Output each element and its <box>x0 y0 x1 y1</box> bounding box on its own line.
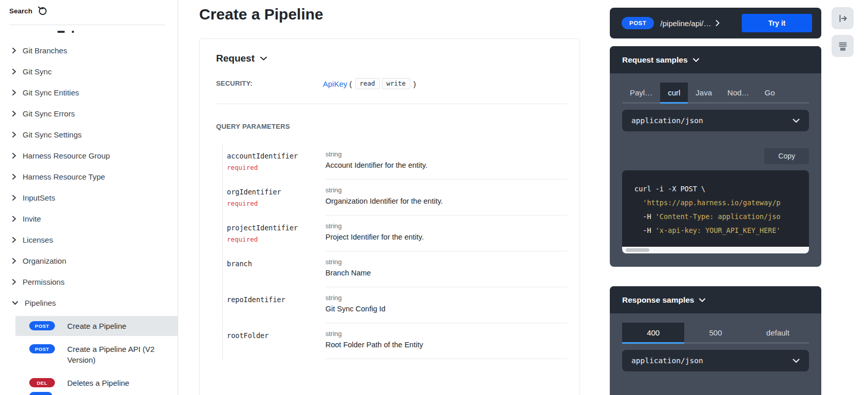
scrollbar-thumb[interactable] <box>626 248 649 252</box>
tab-default[interactable]: default <box>747 323 809 344</box>
sidebar-group-git-branches[interactable]: Git Branches <box>0 40 178 61</box>
parameter-type: string <box>325 330 567 338</box>
parameter-description: Project Identifier for the entity. <box>325 233 567 241</box>
sidebar-group-git-sync-entities[interactable]: Git Sync Entities <box>0 82 178 103</box>
sidebar-group-harness-resource-group[interactable]: Harness Resource Group <box>0 145 178 166</box>
parameter-detail-cell: stringRoot Folder Path of the Entity <box>325 323 567 359</box>
endpoint-bar[interactable]: POST /pipeline/api/… Try it <box>610 8 821 38</box>
sidebar-group-pipelines[interactable]: Pipelines <box>0 292 178 313</box>
operation-label: Deletes a Pipeline <box>67 378 129 388</box>
sidebar-group-permissions[interactable]: Permissions <box>0 271 178 292</box>
chevron-right-icon <box>12 48 16 53</box>
sidebar-group-git-sync[interactable]: Git Sync <box>0 61 178 82</box>
chevron-down-icon <box>693 58 699 62</box>
parameter-row-branch: branchstringBranch Name <box>223 251 567 287</box>
paren-close: ) <box>413 80 416 88</box>
parameter-name-cell: branch <box>223 251 325 287</box>
chevron-right-icon <box>12 195 16 201</box>
sidebar-group-licenses[interactable]: Licenses <box>0 229 178 250</box>
operation-label: Create a Pipeline API (V2 Version) <box>67 344 170 365</box>
operation-label: Create a Pipeline <box>67 321 126 331</box>
chevron-right-icon <box>12 69 16 74</box>
response-samples-header[interactable]: Response samples <box>610 286 821 313</box>
sidebar-search[interactable]: Search <box>9 6 48 16</box>
sidebar: Search Git BranchesGit SyncGit Sync Enti… <box>0 0 178 395</box>
content-type-value: application/json <box>631 116 703 125</box>
sidebar-group-label: Git Sync Settings <box>23 130 82 139</box>
method-badge: POST <box>29 321 55 330</box>
sidebar-group-label: Git Branches <box>23 46 67 55</box>
tab-track <box>783 83 809 104</box>
security-value: ApiKey ( readwrite ) <box>323 78 416 89</box>
request-section-header[interactable]: Request <box>216 53 567 64</box>
code-line: curl -i -X POST \ <box>634 182 809 196</box>
chevron-right-icon <box>12 153 16 159</box>
response-content-type-select[interactable]: application/json <box>622 350 809 371</box>
chevron-right-icon <box>12 279 16 285</box>
response-samples-panel: Response samples 400500default applicati… <box>610 286 821 395</box>
chevron-down-icon <box>260 56 267 61</box>
parameter-name: rootFolder <box>227 331 321 340</box>
collapse-panel-button[interactable] <box>832 7 854 29</box>
magnifier-icon <box>37 6 48 16</box>
sidebar-operation-deletes-a-pipeline[interactable]: DELDeletes a Pipeline <box>15 373 178 393</box>
tab-curl[interactable]: curl <box>660 83 688 104</box>
chevron-down-icon <box>793 118 800 123</box>
sidebar-group-organization[interactable]: Organization <box>0 250 178 271</box>
tab-400[interactable]: 400 <box>622 323 684 344</box>
parameters-table: accountIdentifierrequiredstringAccount I… <box>222 144 567 359</box>
code-line: -H 'Content-Type: application/jso <box>634 210 809 224</box>
endpoint-path: /pipeline/api/… <box>660 19 711 28</box>
request-samples-header[interactable]: Request samples <box>610 46 821 73</box>
sidebar-group-harness-resource-type[interactable]: Harness Resource Type <box>0 166 178 187</box>
parameter-name-cell: repoIdentifier <box>223 287 325 323</box>
parameter-name: branch <box>227 260 321 268</box>
code-line: -H 'x-api-key: YOUR_API_KEY_HERE' <box>634 224 809 238</box>
tab-payl[interactable]: Payl… <box>622 83 660 104</box>
parameter-name-cell: projectIdentifierrequired <box>223 215 325 251</box>
parameter-type: string <box>325 186 567 194</box>
chevron-down-icon <box>793 359 800 363</box>
sidebar-group-git-sync-errors[interactable]: Git Sync Errors <box>0 103 178 124</box>
parameter-row-projectidentifier: projectIdentifierrequiredstringProject I… <box>223 215 567 251</box>
sidebar-nav: Git BranchesGit SyncGit Sync EntitiesGit… <box>0 40 178 393</box>
toc-button[interactable] <box>832 35 854 57</box>
chevron-right-icon <box>12 90 16 95</box>
page-title: Create a Pipeline <box>199 6 323 23</box>
parameter-type: string <box>325 222 567 230</box>
copy-button[interactable]: Copy <box>764 148 809 164</box>
code-horizontal-scrollbar[interactable] <box>622 247 809 253</box>
tab-nod[interactable]: Nod… <box>720 83 757 104</box>
sidebar-group-inputsets[interactable]: InputSets <box>0 187 178 208</box>
tab-java[interactable]: Java <box>688 83 720 104</box>
chevron-right-icon <box>12 132 16 137</box>
method-badge: POST <box>29 344 55 353</box>
collapse-panel-icon <box>837 13 848 24</box>
scrolled-item-fragment <box>57 31 74 33</box>
tab-500[interactable]: 500 <box>684 323 746 344</box>
sidebar-group-invite[interactable]: Invite <box>0 208 178 229</box>
parameter-description: Git Sync Config Id <box>325 305 567 313</box>
query-parameters-heading: QUERY PARAMETERS <box>216 123 567 130</box>
tab-go[interactable]: Go <box>757 83 783 104</box>
response-samples-tabs: 400500default <box>622 323 809 344</box>
request-samples-tabs: Payl…curlJavaNod…Go <box>622 83 809 104</box>
sidebar-group-label: Git Sync Errors <box>23 109 75 118</box>
sidebar-group-label: Pipelines <box>25 299 56 307</box>
parameter-detail-cell: stringProject Identifier for the entity. <box>325 215 567 251</box>
sidebar-group-git-sync-settings[interactable]: Git Sync Settings <box>0 124 178 145</box>
chevron-right-icon <box>12 111 16 116</box>
try-it-button[interactable]: Try it <box>742 14 812 32</box>
response-samples-heading: Response samples <box>622 295 694 305</box>
sidebar-operation-create-a-pipeline[interactable]: POSTCreate a Pipeline <box>15 316 178 336</box>
security-scheme-link[interactable]: ApiKey <box>323 80 348 88</box>
sidebar-group-label: Git Sync <box>23 67 52 76</box>
sidebar-operation-create-a-pipeline-api-v2-version[interactable]: POSTCreate a Pipeline API (V2 Version) <box>15 339 178 370</box>
parameter-type: string <box>325 150 567 158</box>
parameter-description: Organization Identifier for the entity. <box>325 197 567 205</box>
content-type-select[interactable]: application/json <box>622 110 809 131</box>
parameter-detail-cell: stringAccount Identifier for the entity. <box>325 144 567 180</box>
parameter-row-repoidentifier: repoIdentifierstringGit Sync Config Id <box>223 287 567 323</box>
code-sample: curl -i -X POST \ 'https://app.harness.i… <box>622 170 809 253</box>
parameter-description: Branch Name <box>325 269 567 277</box>
